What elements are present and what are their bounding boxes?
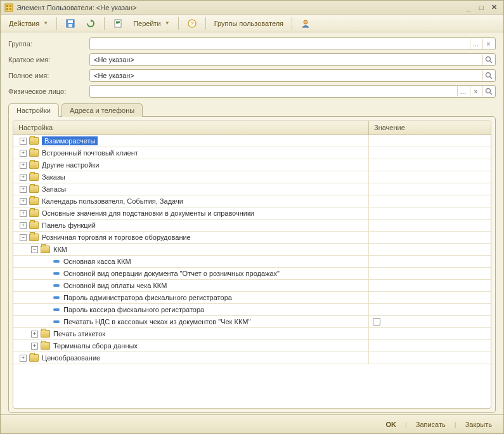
tree-row[interactable]: +Другие настройки: [13, 159, 491, 171]
group-label: Группа:: [8, 40, 89, 48]
save-icon-button[interactable]: [61, 16, 80, 30]
tree-row[interactable]: Печатать НДС в кассовых чеках из докумен…: [13, 316, 491, 328]
expand-icon[interactable]: +: [20, 174, 27, 181]
folder-icon: [41, 342, 50, 350]
tree-row-value[interactable]: [369, 244, 491, 255]
lookup-button[interactable]: [482, 86, 494, 96]
expand-icon[interactable]: +: [31, 343, 38, 350]
tree-row[interactable]: +Печать этикеток: [13, 328, 491, 340]
close-window-button[interactable]: ✕: [488, 3, 500, 13]
svg-rect-1: [6, 5, 8, 7]
minimize-button[interactable]: _: [463, 3, 474, 13]
tree-row-value[interactable]: [369, 280, 491, 291]
svg-line-18: [490, 77, 492, 79]
tree-row-value[interactable]: [369, 268, 491, 279]
select-button[interactable]: …: [457, 86, 468, 96]
folder-icon: [29, 354, 39, 362]
save-button[interactable]: Записать: [412, 419, 449, 430]
tree-row[interactable]: +Терминалы сбора данных: [13, 340, 491, 352]
tree-row-value[interactable]: [369, 159, 491, 171]
refresh-icon-button[interactable]: [81, 16, 100, 30]
tab-settings[interactable]: Настройки: [8, 103, 59, 117]
col-setting[interactable]: Настройка: [13, 121, 369, 135]
expand-icon[interactable]: +: [20, 198, 27, 205]
tree-row-value[interactable]: [369, 135, 491, 147]
tree-row[interactable]: +Запасы: [13, 183, 491, 195]
tree-row[interactable]: +Заказы: [13, 171, 491, 183]
user-groups-button[interactable]: Группы пользователя: [210, 16, 288, 30]
tree-row[interactable]: −ККМ: [13, 244, 491, 256]
window-title: Элемент Пользователи: <Не указан>: [16, 4, 462, 11]
separator: [178, 17, 179, 30]
clear-button[interactable]: ×: [482, 39, 494, 49]
tab-content: Настройка Значение +Взаиморасчеты+Встрое…: [8, 116, 496, 413]
tree-row-value[interactable]: [369, 171, 491, 183]
svg-rect-2: [10, 5, 11, 7]
clear-button[interactable]: ×: [470, 86, 481, 96]
shortname-input[interactable]: <Не указан>: [89, 53, 496, 66]
tree-row[interactable]: +Календарь пользователя, События, Задачи: [13, 195, 491, 207]
tree-row-label: Ценообразование: [42, 354, 100, 362]
svg-rect-6: [68, 20, 73, 23]
tab-addresses[interactable]: Адреса и телефоны: [61, 103, 143, 117]
person-input[interactable]: … ×: [89, 85, 496, 98]
expand-icon[interactable]: +: [20, 222, 27, 229]
property-icon: [53, 320, 60, 323]
checkbox[interactable]: [373, 318, 380, 326]
user-icon-button[interactable]: [296, 16, 315, 30]
help-button[interactable]: ?: [183, 16, 202, 30]
tree-row-value[interactable]: [369, 292, 491, 303]
tree-row-value[interactable]: [369, 183, 491, 195]
tree-row-value[interactable]: [369, 304, 491, 315]
expand-icon[interactable]: +: [20, 186, 27, 193]
tree-row-value[interactable]: [369, 232, 491, 243]
svg-point-14: [304, 20, 307, 24]
expand-icon[interactable]: +: [20, 162, 27, 169]
tree-row[interactable]: Основная касса ККМ: [13, 256, 491, 268]
expand-icon[interactable]: +: [31, 331, 38, 338]
lookup-button[interactable]: [482, 55, 494, 65]
select-button[interactable]: …: [470, 39, 481, 49]
group-input[interactable]: … ×: [89, 37, 496, 50]
expand-icon[interactable]: +: [20, 210, 27, 217]
tree-body[interactable]: +Взаиморасчеты+Встроенный почтовый клиен…: [13, 135, 491, 408]
help-icon: ?: [187, 18, 197, 29]
tree-row-value[interactable]: [369, 316, 491, 327]
tree-row[interactable]: +Встроенный почтовый клиент: [13, 147, 491, 159]
tree-row[interactable]: +Ценообразование: [13, 352, 491, 364]
tree-row-value[interactable]: [369, 147, 491, 159]
col-value[interactable]: Значение: [369, 121, 491, 135]
tree-row-value[interactable]: [369, 256, 491, 267]
tree-row[interactable]: Пароль администратора фискального регист…: [13, 292, 491, 304]
person-label: Физическое лицо:: [8, 88, 89, 95]
separator: [56, 17, 57, 30]
expand-icon[interactable]: +: [20, 355, 27, 362]
tree-row-value[interactable]: [369, 195, 491, 207]
tree-row[interactable]: Основной вид оплаты чека ККМ: [13, 280, 491, 292]
tree-row[interactable]: −Розничная торговля и торговое оборудова…: [13, 232, 491, 244]
tree-row[interactable]: Пароль кассира фискального регистратора: [13, 304, 491, 316]
expand-icon[interactable]: +: [20, 150, 27, 157]
expand-icon[interactable]: +: [20, 138, 27, 145]
tree-row-value[interactable]: [369, 352, 491, 364]
ok-button[interactable]: OK: [382, 419, 400, 430]
svg-line-20: [490, 93, 492, 95]
tree-row-value[interactable]: [369, 340, 491, 352]
tree-row[interactable]: Основной вид операции документа "Отчет о…: [13, 268, 491, 280]
lookup-button[interactable]: [482, 70, 494, 81]
tree-row-value[interactable]: [369, 328, 491, 339]
tree-row[interactable]: +Панель функций: [13, 220, 491, 232]
tree-row-value[interactable]: [369, 220, 491, 231]
tree-row-value[interactable]: [369, 207, 491, 219]
collapse-icon[interactable]: −: [31, 246, 38, 253]
report-icon-button[interactable]: [108, 16, 127, 30]
go-menu[interactable]: Перейти▼: [129, 16, 174, 30]
collapse-icon[interactable]: −: [20, 234, 27, 241]
tree-row[interactable]: +Взаиморасчеты: [13, 135, 491, 147]
actions-menu[interactable]: Действия▼: [4, 16, 53, 30]
close-button[interactable]: Закрыть: [462, 419, 496, 430]
maximize-button[interactable]: □: [475, 3, 487, 13]
fullname-input[interactable]: <Не указан>: [89, 69, 496, 82]
tree-row[interactable]: +Основные значения для подстановки в док…: [13, 207, 491, 220]
chevron-down-icon: ▼: [43, 20, 48, 26]
